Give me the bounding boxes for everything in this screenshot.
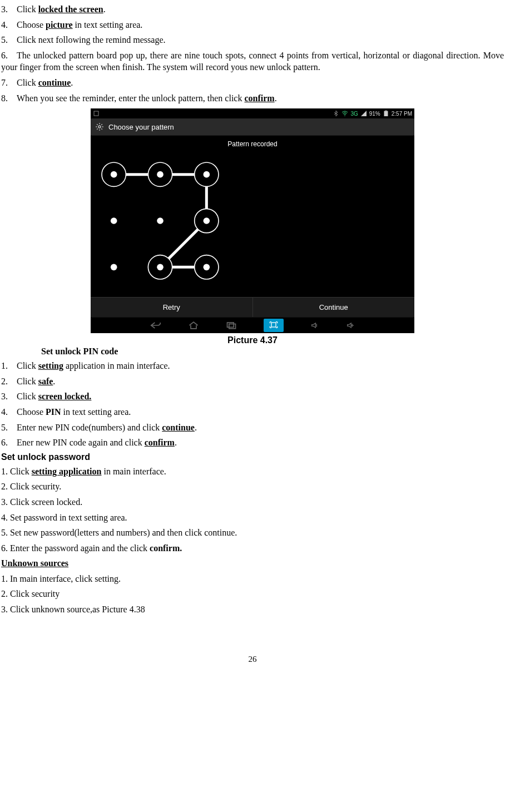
figure-caption: Picture 4.37 — [1, 335, 504, 345]
list-item: 8. When you see the reminder, enter the … — [1, 92, 504, 105]
list-number: 2. — [1, 375, 17, 388]
list-text: The unlocked pattern board pop up, there… — [1, 49, 504, 73]
text: . — [53, 377, 55, 386]
list-item: 5. Set new password(letters and numbers)… — [1, 527, 504, 539]
text: Click — [17, 361, 38, 370]
home-nav-icon[interactable] — [188, 321, 199, 329]
list-item: 2. Click security. — [1, 481, 504, 493]
svg-point-11 — [111, 171, 117, 178]
list-item: 5. Enter new PIN code(numbers) and click… — [1, 422, 504, 434]
bold-text: safe — [38, 377, 53, 386]
pattern-area: Pattern recorded — [91, 136, 414, 297]
text: application in main interface. — [63, 361, 170, 370]
volume-down-nav-icon[interactable] — [310, 321, 319, 329]
continue-button[interactable]: Continue — [253, 298, 415, 317]
list-text: When you see the reminder, enter the unl… — [17, 92, 504, 105]
list-text: Click continue. — [17, 77, 504, 89]
svg-point-13 — [204, 171, 210, 178]
list-item: 6. The unlocked pattern board pop up, th… — [1, 49, 504, 73]
list-item: 2. Click security — [1, 588, 504, 600]
svg-point-4 — [98, 126, 101, 128]
svg-point-16 — [204, 217, 210, 224]
section-heading: Set unlock password — [1, 452, 504, 462]
text: . — [275, 93, 277, 103]
network-label: 3G — [350, 111, 358, 117]
svg-rect-3 — [385, 111, 387, 111]
text: Choose — [17, 20, 46, 29]
document-page: 3. Click locked the screen. 4. Choose pi… — [0, 3, 505, 664]
list-item: 4. Set password in text setting area. — [1, 512, 504, 524]
list-number: 7. — [1, 77, 17, 89]
text: in text setting area. — [73, 20, 143, 29]
embedded-screenshot: 3G 91% 2:57 PM Choose your pattern Patte… — [91, 108, 414, 333]
list-number: 6. — [1, 437, 17, 449]
text: 1. Click — [1, 467, 32, 476]
list-number: 3. — [1, 390, 17, 403]
bold-text: picture — [46, 20, 73, 29]
text: Click — [17, 392, 38, 401]
text: Click — [17, 377, 38, 386]
text: Enter new PIN code(numbers) and click — [17, 423, 162, 432]
svg-point-14 — [111, 217, 117, 224]
pattern-status: Pattern recorded — [91, 140, 414, 148]
list-item: 3. Click screen locked. — [1, 496, 504, 508]
svg-point-19 — [204, 264, 210, 271]
list-item: 1. Click setting application in main int… — [1, 466, 504, 478]
gear-icon — [95, 122, 104, 131]
list-item: 3. Click unknown source,as Picture 4.38 — [1, 603, 504, 616]
svg-rect-22 — [271, 323, 276, 327]
list-number: 8. — [1, 92, 17, 105]
list-text: Ener new PIN code again and click confir… — [17, 437, 504, 449]
back-nav-icon[interactable] — [150, 321, 161, 329]
section-heading: Set unlock PIN code — [41, 346, 504, 357]
pattern-grid[interactable] — [91, 151, 230, 290]
list-text: Choose picture in text setting area. — [17, 19, 504, 31]
battery-icon — [383, 110, 389, 117]
text: When you see the reminder, enter the unl… — [17, 93, 244, 103]
text: . — [71, 78, 73, 87]
list-number: 4. — [1, 406, 17, 418]
bold-text: screen locked. — [38, 392, 92, 401]
screenshot-icon — [93, 110, 100, 117]
text: Choose — [17, 407, 46, 417]
screenshot-nav-icon[interactable] — [264, 319, 284, 332]
svg-rect-2 — [384, 111, 388, 117]
section-heading: Unknown sources — [1, 557, 504, 570]
list-text: Click safe. — [17, 375, 504, 388]
pattern-buttons: Retry Continue — [91, 297, 414, 317]
svg-point-12 — [157, 171, 164, 178]
android-nav-bar — [91, 317, 414, 333]
list-item: 4. Choose picture in text setting area. — [1, 19, 504, 31]
list-text: Click next following the remind message. — [17, 34, 504, 46]
bold-text: confirm. — [150, 543, 182, 553]
bold-text: continue — [162, 423, 195, 432]
bold-text: continue — [38, 78, 71, 87]
wifi-icon — [341, 110, 348, 117]
android-status-bar: 3G 91% 2:57 PM — [91, 108, 414, 118]
list-number: 3. — [1, 3, 17, 16]
list-item: 3. Click screen locked. — [1, 390, 504, 403]
list-text: Choose PIN in text setting area. — [17, 406, 504, 418]
svg-rect-20 — [227, 323, 234, 327]
battery-percent: 91% — [369, 111, 380, 117]
text: Click — [17, 78, 38, 87]
list-text: Enter new PIN code(numbers) and click co… — [17, 422, 504, 434]
list-number: 5. — [1, 34, 17, 46]
list-text: Click screen locked. — [17, 390, 504, 403]
text: . — [103, 4, 106, 14]
list-item: 4. Choose PIN in text setting area. — [1, 406, 504, 418]
list-item: 7. Click continue. — [1, 77, 504, 89]
svg-point-1 — [345, 115, 346, 116]
recent-nav-icon[interactable] — [226, 321, 237, 329]
list-text: Click locked the screen. — [17, 3, 504, 16]
retry-button[interactable]: Retry — [91, 298, 253, 317]
screen-title: Choose your pattern — [108, 123, 174, 131]
svg-rect-21 — [229, 324, 236, 329]
text: . — [175, 438, 177, 447]
list-item: 6. Enter the password again and the clic… — [1, 542, 504, 554]
svg-point-18 — [157, 264, 164, 271]
text: 6. Enter the password again and the clic… — [1, 543, 150, 553]
text: Click — [17, 4, 38, 14]
list-number: 1. — [1, 360, 17, 372]
volume-up-nav-icon[interactable] — [346, 321, 355, 329]
